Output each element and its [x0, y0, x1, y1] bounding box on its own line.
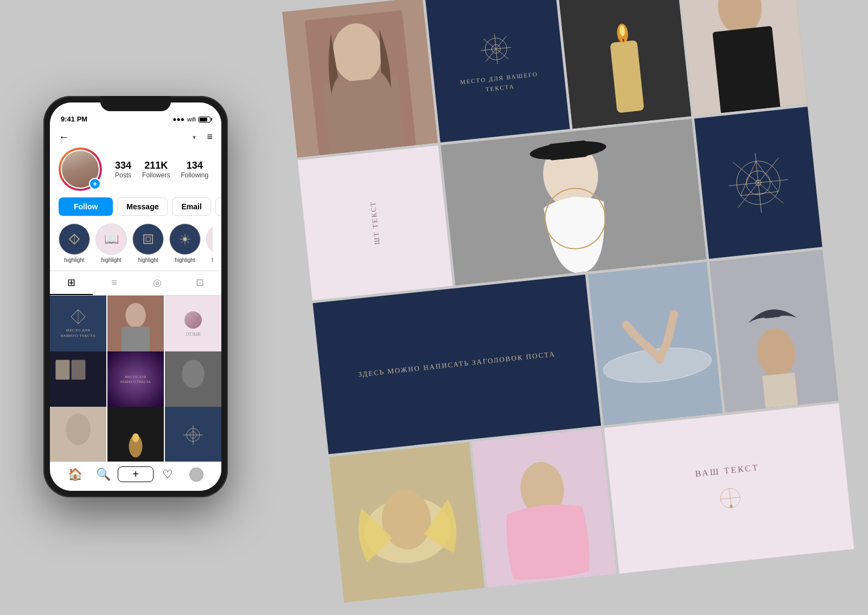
highlight-label-5: highlight: [212, 257, 213, 263]
collage-section: МЕСТО ДЛЯ ВАШЕГО ТЕКСТА: [326, 9, 846, 606]
phone-screen: 9:41 PM ●●● wifi ← ▾ ≡: [50, 102, 221, 491]
message-button[interactable]: Message: [117, 197, 168, 216]
highlight-label-3: highlight: [138, 257, 158, 263]
tab-grid[interactable]: ⊞: [50, 271, 93, 295]
collage-text-13: ВАШ ТЕКСТ: [694, 459, 760, 482]
menu-button[interactable]: ≡: [207, 131, 213, 143]
svg-rect-46: [712, 26, 781, 116]
highlight-circle-3: [132, 223, 164, 255]
svg-rect-14: [122, 326, 150, 352]
svg-point-21: [66, 414, 91, 445]
followers-count: 211K: [142, 160, 170, 171]
collage-cell-1: [282, 0, 438, 158]
svg-rect-2: [144, 235, 152, 244]
svg-rect-16: [55, 360, 69, 379]
stat-posts: 334 Posts: [115, 160, 131, 179]
svg-rect-3: [146, 237, 150, 241]
posts-grid: МЕСТО ДЛЯВАШЕГО ТЕКСТА ОТЗЫВ: [50, 296, 221, 462]
email-button[interactable]: Email: [172, 197, 210, 216]
post-cell-5[interactable]: МЕСТО ДЛЯВАШЕГО ТЕКСТА: [107, 351, 164, 408]
collage-cell-4: [679, 0, 807, 116]
signal-icon: ●●●: [173, 116, 184, 123]
action-buttons: Follow Message Email ▾: [59, 197, 213, 216]
collage-text-8: ЗДЕСЬ МОЖНО НАПИСАТЬ ЗАГОЛОВОК ПОСТА: [358, 348, 556, 381]
ig-tabs: ⊞ ≡ ◎ ⊡: [50, 271, 221, 296]
highlight-item-4[interactable]: highlight: [169, 223, 201, 263]
svg-line-36: [483, 37, 508, 62]
collage-cell-5: ШТ ТЕКСТ: [298, 145, 453, 300]
post-cell-1[interactable]: МЕСТО ДЛЯВАШЕГО ТЕКСТА: [50, 296, 106, 352]
ig-bottom-bar: 🏠 🔍 + ♡: [50, 462, 221, 491]
heart-button[interactable]: ♡: [154, 467, 182, 482]
collage-cell-13: ВАШ ТЕКСТ: [604, 403, 854, 574]
post-cell-6[interactable]: [165, 351, 221, 408]
posts-count: 334: [115, 160, 131, 171]
wifi-icon: wifi: [187, 116, 196, 123]
post-text-1: МЕСТО ДЛЯВАШЕГО ТЕКСТА: [50, 296, 106, 352]
svg-rect-60: [588, 262, 723, 425]
tab-location[interactable]: ◎: [136, 271, 178, 295]
add-button[interactable]: +: [118, 466, 154, 482]
highlight-item-3[interactable]: highlight: [132, 223, 164, 263]
status-icons: ●●● wifi: [173, 116, 210, 123]
post-geo-9: [165, 407, 221, 462]
highlight-label-1: highlight: [64, 257, 84, 263]
collage-cell-12: [472, 428, 617, 588]
svg-point-13: [125, 303, 145, 328]
username-dropdown[interactable]: ▾: [193, 133, 196, 141]
highlight-item-2[interactable]: 📖 highlight: [95, 223, 127, 263]
highlight-circle-4: [169, 223, 201, 255]
home-button[interactable]: 🏠: [61, 467, 89, 482]
posts-label: Posts: [115, 171, 131, 179]
stats-row: 334 Posts 211K Followers 134 Following: [115, 160, 208, 179]
collage-left-text: ШТ ТЕКСТ: [356, 189, 393, 257]
svg-point-19: [182, 360, 205, 388]
highlight-item-5[interactable]: highlight: [206, 223, 213, 263]
profile-top: + 334 Posts 211K Followers: [59, 148, 213, 191]
highlight-circle-1: [59, 223, 90, 255]
highlight-label-2: highlight: [101, 257, 121, 263]
phone-notch: [100, 96, 171, 111]
ig-navbar: ← ▾ ≡: [50, 126, 221, 148]
back-button[interactable]: ←: [59, 131, 69, 143]
post-cell-7[interactable]: [50, 407, 106, 462]
following-label: Following: [181, 171, 208, 179]
post-cell-3[interactable]: ОТЗЫВ: [165, 296, 221, 352]
tab-tagged[interactable]: ⊡: [178, 271, 221, 295]
highlights-row: highlight 📖 highlight: [59, 223, 213, 268]
phone-wrapper: 9:41 PM ●●● wifi ← ▾ ≡: [43, 96, 250, 519]
collage-cell-8: ЗДЕСЬ МОЖНО НАПИСАТЬ ЗАГОЛОВОК ПОСТА: [312, 274, 601, 454]
more-button[interactable]: ▾: [215, 197, 221, 216]
svg-rect-64: [762, 373, 798, 408]
add-story-button[interactable]: +: [89, 178, 101, 190]
following-count: 134: [181, 160, 208, 171]
stat-followers: 211K Followers: [142, 160, 170, 179]
svg-point-24: [132, 433, 139, 443]
collage-grid: МЕСТО ДЛЯ ВАШЕГО ТЕКСТА: [282, 0, 857, 605]
highlight-item-1[interactable]: highlight: [59, 223, 90, 263]
post-cell-9[interactable]: [165, 407, 221, 462]
collage-text-2: МЕСТО ДЛЯ ВАШЕГО ТЕКСТА: [445, 68, 555, 99]
collage-cell-10: [709, 249, 838, 412]
post-cell-4[interactable]: [50, 351, 106, 408]
svg-rect-32: [322, 76, 405, 154]
tab-list[interactable]: ≡: [93, 271, 136, 295]
svg-line-55: [733, 158, 783, 208]
highlight-circle-2: 📖: [95, 223, 127, 255]
ig-profile: + 334 Posts 211K Followers: [50, 148, 221, 271]
post-review-3: ОТЗЫВ: [165, 296, 221, 352]
battery-fill: [200, 118, 207, 121]
collage-cell-11: [329, 442, 484, 603]
post-cell-2[interactable]: [107, 296, 164, 352]
page-container: 9:41 PM ●●● wifi ← ▾ ≡: [0, 0, 868, 615]
follow-button[interactable]: Follow: [59, 197, 113, 216]
svg-rect-17: [72, 360, 86, 379]
profile-button[interactable]: [182, 467, 210, 482]
status-time: 9:41 PM: [61, 115, 87, 123]
followers-label: Followers: [142, 171, 170, 179]
search-button[interactable]: 🔍: [89, 467, 117, 482]
post-cell-8[interactable]: [107, 407, 164, 462]
phone-device: 9:41 PM ●●● wifi ← ▾ ≡: [43, 96, 228, 497]
svg-line-43: [623, 39, 624, 42]
highlight-label-4: highlight: [175, 257, 195, 263]
